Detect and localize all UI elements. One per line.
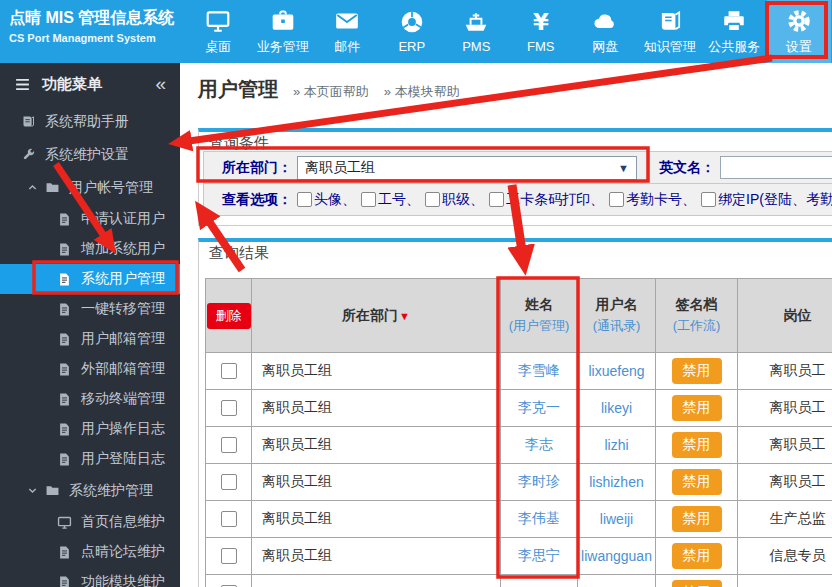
user-name-link[interactable]: 李思宁 — [518, 547, 560, 563]
username-cell: lishizhen — [578, 464, 656, 501]
nav-item-pms[interactable]: PMS — [444, 0, 509, 63]
department-dropdown[interactable]: 离职员工组 ▼ — [297, 156, 637, 180]
doc-icon — [57, 272, 72, 287]
row-select-cell — [206, 464, 252, 501]
page-help-link[interactable]: » 本页面帮助 — [293, 83, 369, 101]
username-link[interactable]: liwangguan — [581, 548, 652, 564]
checkbox-bind-ip[interactable] — [701, 192, 716, 207]
sidebar-item-external-mailbox-mgmt[interactable]: 外部邮箱管理 — [0, 354, 180, 384]
nav-item-knowledge-mgmt[interactable]: 知识管理 — [638, 0, 703, 63]
sidebar-item-mobile-terminal-mgmt[interactable]: 移动终端管理 — [0, 384, 180, 414]
nav-item-mail[interactable]: 邮件 — [315, 0, 380, 63]
nav-item-business-mgmt[interactable]: 业务管理 — [251, 0, 316, 63]
name-cell: 李伟基 — [501, 501, 578, 538]
signature-cell: 禁用 — [656, 427, 738, 464]
signature-cell: 禁用 — [656, 501, 738, 538]
english-name-label: 英文名： — [645, 159, 715, 177]
column-header-username[interactable]: 用户名(通讯录) — [578, 279, 656, 353]
user-name-link[interactable]: 李时珍 — [518, 473, 560, 489]
ship-icon — [463, 9, 489, 35]
row-checkbox[interactable] — [221, 437, 237, 453]
row-select-cell — [206, 353, 252, 390]
nav-item-erp[interactable]: ERP — [380, 0, 445, 63]
nav-label-settings: 设置 — [786, 38, 812, 56]
row-checkbox[interactable] — [221, 400, 237, 416]
sidebar-item-user-operation-log[interactable]: 用户操作日志 — [0, 414, 180, 444]
page-header: 用户管理 » 本页面帮助 » 本模块帮助 — [180, 63, 832, 103]
sidebar-item-user-account-mgmt[interactable]: 用户帐号管理 — [0, 171, 180, 204]
checkbox-card-barcode-print[interactable] — [489, 192, 504, 207]
disable-button[interactable]: 禁用 — [672, 543, 722, 569]
disable-button[interactable]: 禁用 — [672, 469, 722, 495]
name-cell: 李志 — [501, 427, 578, 464]
sidebar-collapse-icon[interactable]: « — [155, 73, 166, 95]
monitor-icon — [57, 515, 72, 530]
disable-button[interactable]: 禁用 — [672, 432, 722, 458]
username-link[interactable]: likeyi — [601, 400, 632, 416]
checkbox-job-level[interactable] — [425, 192, 440, 207]
book-icon — [21, 114, 36, 129]
column-sublabel[interactable]: (工作流) — [656, 317, 737, 335]
sidebar-item-module-maintain[interactable]: 功能模块维护 — [0, 567, 180, 587]
user-name-link[interactable]: 李志 — [525, 436, 553, 452]
disable-button[interactable]: 禁用 — [672, 506, 722, 532]
english-name-input[interactable] — [720, 156, 832, 179]
user-name-link[interactable]: 李克一 — [518, 399, 560, 415]
doc-icon — [57, 362, 72, 377]
username-link[interactable]: lishizhen — [589, 474, 643, 490]
sidebar-item-system-maintenance-mgmt[interactable]: 系统维护管理 — [0, 474, 180, 507]
doc-icon — [57, 302, 72, 317]
sidebar-item-user-login-log[interactable]: 用户登陆日志 — [0, 444, 180, 474]
column-sublabel[interactable]: (用户管理) — [501, 317, 577, 335]
checkbox-job-number[interactable] — [361, 192, 376, 207]
username-link[interactable]: lixuefeng — [588, 363, 644, 379]
cloud-icon — [592, 8, 618, 34]
nav-item-public-service[interactable]: 公共服务 — [702, 0, 767, 63]
post-cell: 离职员工 — [738, 390, 832, 427]
erp-globe-icon — [399, 9, 425, 35]
checkbox-attendance-card[interactable] — [609, 192, 624, 207]
checkbox-avatar[interactable] — [297, 192, 312, 207]
column-header-dept[interactable]: 所在部门▼ — [252, 279, 501, 353]
sidebar-item-add-system-user[interactable]: 增加系统用户 — [0, 234, 180, 264]
sidebar-item-system-user-mgmt[interactable]: 系统用户管理 — [0, 264, 180, 294]
nav-item-netdisk[interactable]: 网盘 — [573, 0, 638, 63]
module-help-link[interactable]: » 本模块帮助 — [384, 83, 460, 101]
sidebar-item-label: 系统用户管理 — [81, 270, 165, 288]
sidebar-item-one-key-transfer[interactable]: 一键转移管理 — [0, 294, 180, 324]
row-checkbox[interactable] — [221, 511, 237, 527]
sort-desc-icon[interactable]: ▼ — [399, 310, 410, 322]
user-name-link[interactable]: 李雪峰 — [518, 362, 560, 378]
row-select-cell — [206, 390, 252, 427]
nav-label-fms: FMS — [527, 39, 554, 54]
username-link[interactable]: liweiji — [600, 511, 633, 527]
sidebar-item-forum-maintain[interactable]: 点晴论坛维护 — [0, 537, 180, 567]
username-link[interactable]: lizhi — [604, 437, 628, 453]
disable-button[interactable]: 禁用 — [672, 358, 722, 384]
nav-item-fms[interactable]: ¥FMS — [509, 0, 574, 63]
column-sublabel[interactable]: (通讯录) — [578, 317, 655, 335]
sidebar-item-help-manual[interactable]: 系统帮助手册 — [0, 105, 180, 138]
sidebar: 功能菜单 « 系统帮助手册系统维护设置用户帐号管理申请认证用户增加系统用户系统用… — [0, 63, 180, 587]
nav-item-desktop[interactable]: 桌面 — [186, 0, 251, 63]
disable-button[interactable]: 禁用 — [672, 395, 722, 421]
signature-cell: 禁用 — [656, 353, 738, 390]
column-header-name[interactable]: 姓名(用户管理) — [501, 279, 578, 353]
column-header-post[interactable]: 岗位 — [738, 279, 832, 353]
nav-item-settings[interactable]: 设置 — [767, 0, 832, 63]
sidebar-item-label: 外部邮箱管理 — [81, 360, 165, 378]
sidebar-item-user-mailbox-mgmt[interactable]: 用户邮箱管理 — [0, 324, 180, 354]
user-name-link[interactable]: 李伟基 — [518, 510, 560, 526]
delete-button[interactable]: 删除 — [207, 303, 251, 329]
dept-cell: 离职员工组 — [252, 501, 501, 538]
dept-cell: 离职员工组 — [252, 353, 501, 390]
row-checkbox[interactable] — [221, 548, 237, 564]
row-checkbox[interactable] — [221, 363, 237, 379]
sidebar-item-apply-auth-user[interactable]: 申请认证用户 — [0, 204, 180, 234]
column-header-signature[interactable]: 签名档(工作流) — [656, 279, 738, 353]
sidebar-item-homepage-info-maintain[interactable]: 首页信息维护 — [0, 507, 180, 537]
disable-button[interactable]: 禁用 — [672, 580, 722, 587]
row-checkbox[interactable] — [221, 474, 237, 490]
knowledge-book-icon — [657, 8, 683, 34]
sidebar-item-maintenance-settings[interactable]: 系统维护设置 — [0, 138, 180, 171]
